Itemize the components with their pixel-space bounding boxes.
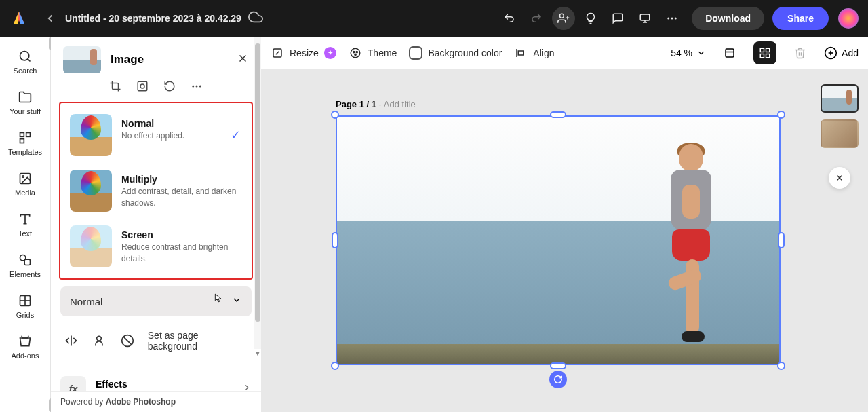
document-title[interactable]: Untitled - 20 septembre 2023 à 20.42.29 (65, 13, 241, 24)
page-thumb-1[interactable] (821, 84, 859, 113)
close-thumb-rail-button[interactable] (829, 167, 850, 189)
app-logo-icon[interactable] (9, 9, 28, 28)
user-avatar[interactable] (838, 8, 859, 29)
align-icon (514, 46, 528, 60)
svg-rect-11 (20, 139, 24, 143)
context-toolbar: Resize ✦ Theme Background color Align 54… (261, 37, 868, 69)
svg-point-4 (667, 18, 669, 20)
grid-view-button[interactable] (753, 41, 776, 64)
svg-point-27 (199, 86, 201, 88)
svg-rect-10 (26, 133, 31, 137)
selected-image[interactable] (336, 115, 781, 365)
no-background-icon[interactable] (119, 333, 136, 349)
image-thumbnail[interactable] (63, 46, 101, 73)
blend-thumb-screen (70, 225, 112, 267)
svg-point-28 (97, 336, 102, 341)
svg-point-6 (675, 18, 677, 20)
rail-text[interactable]: Text (18, 212, 33, 238)
properties-panel: Image Normal No effect applied. ✓ (51, 37, 261, 412)
rail-grids[interactable]: Grids (16, 293, 34, 319)
image-more-icon[interactable] (191, 80, 203, 95)
svg-line-8 (28, 59, 31, 62)
revert-icon[interactable] (163, 80, 176, 95)
svg-point-24 (140, 84, 144, 88)
check-icon: ✓ (231, 128, 241, 143)
chevron-right-icon (242, 383, 252, 391)
frame-icon[interactable] (136, 80, 149, 95)
panel-scrollbar-thumb[interactable] (255, 43, 260, 322)
selection-handle-tr[interactable] (777, 111, 785, 119)
elements-icon (18, 252, 33, 267)
zoom-dropdown[interactable]: 54 % (671, 48, 706, 58)
more-menu-icon[interactable] (660, 7, 684, 30)
selection-handle-left[interactable] (332, 232, 338, 248)
premium-badge-icon: ✦ (324, 47, 336, 59)
selection-handle-tl[interactable] (331, 111, 339, 119)
blend-option-multiply[interactable]: Multiply Add contrast, detail, and darke… (67, 166, 245, 216)
selection-handle-right[interactable] (778, 232, 785, 248)
selection-handle-br[interactable] (777, 362, 785, 370)
svg-rect-49 (760, 48, 764, 52)
svg-point-43 (356, 51, 357, 52)
rail-your-stuff[interactable]: Your stuff (9, 90, 41, 115)
share-button[interactable]: Share (772, 7, 829, 30)
rotate-handle[interactable] (549, 371, 567, 388)
svg-point-13 (22, 176, 24, 178)
download-button[interactable]: Download (692, 7, 764, 30)
remove-background-icon[interactable] (92, 333, 108, 349)
svg-rect-52 (766, 54, 770, 57)
chevron-down-icon (231, 295, 242, 308)
templates-icon (18, 130, 33, 145)
panel-scrollbar[interactable]: ▼ (254, 37, 261, 349)
svg-rect-47 (726, 49, 734, 57)
app-top-bar: Untitled - 20 septembre 2023 à 20.42.29 … (0, 0, 868, 37)
page-view-button[interactable] (718, 41, 741, 64)
comments-icon[interactable] (606, 7, 629, 30)
set-as-background-label[interactable]: Set as page background (148, 330, 249, 352)
artboard[interactable] (336, 115, 781, 365)
page-indicator[interactable]: Page 1 / 1 - Add title (336, 99, 416, 109)
blend-mode-dropdown[interactable]: Normal (60, 286, 252, 316)
svg-rect-50 (766, 48, 770, 52)
rail-templates[interactable]: Templates (8, 130, 42, 156)
svg-point-25 (192, 86, 194, 88)
effects-section[interactable]: fx Effects None (51, 371, 261, 391)
theme-button[interactable]: Theme (349, 46, 397, 60)
rail-search[interactable]: Search (14, 49, 37, 75)
background-color-swatch (409, 46, 422, 60)
selection-handle-top[interactable] (550, 111, 566, 118)
close-panel-button[interactable] (237, 52, 249, 67)
invite-people-button[interactable] (552, 7, 575, 30)
svg-rect-9 (20, 133, 24, 137)
rail-media[interactable]: Media (15, 171, 35, 197)
blend-thumb-multiply (70, 170, 112, 212)
panel-scroll-down-icon[interactable]: ▼ (254, 349, 261, 358)
redo-button[interactable] (525, 7, 548, 30)
tips-icon[interactable] (579, 7, 602, 30)
svg-rect-23 (138, 81, 147, 91)
blend-option-screen[interactable]: Screen Reduce contrast and brighten deta… (67, 221, 245, 271)
rail-addons[interactable]: Add-ons (12, 334, 39, 360)
delete-button[interactable] (789, 41, 812, 64)
flip-horizontal-icon[interactable] (63, 333, 79, 349)
undo-button[interactable] (498, 7, 521, 30)
rail-elements[interactable]: Elements (9, 252, 41, 278)
present-icon[interactable] (633, 7, 656, 30)
plus-circle-icon (824, 46, 837, 60)
chevron-down-icon (696, 48, 706, 58)
svg-point-0 (560, 14, 564, 18)
svg-point-44 (355, 54, 356, 55)
back-button[interactable] (41, 9, 60, 28)
svg-rect-3 (640, 14, 650, 20)
crop-icon[interactable] (109, 80, 121, 95)
blend-option-normal[interactable]: Normal No effect applied. ✓ (67, 110, 245, 160)
align-button[interactable]: Align (514, 46, 554, 60)
background-color-button[interactable]: Background color (409, 46, 502, 60)
add-page-button[interactable]: Add (824, 46, 859, 60)
selection-handle-bl[interactable] (331, 362, 339, 370)
cloud-sync-icon[interactable] (248, 10, 263, 27)
resize-button[interactable]: Resize ✦ (271, 46, 336, 60)
selection-handle-bottom[interactable] (550, 362, 566, 369)
page-thumb-2[interactable] (821, 119, 859, 148)
svg-point-26 (196, 86, 198, 88)
